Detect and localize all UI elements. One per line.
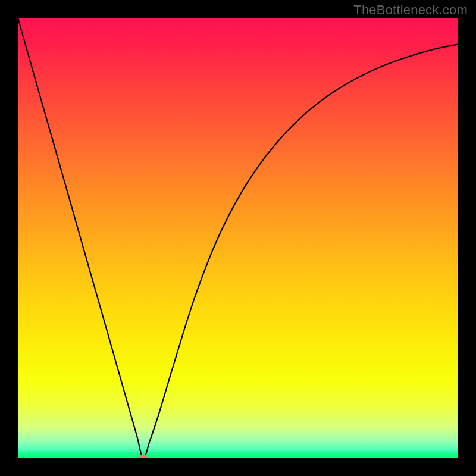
chart-frame: TheBottleneck.com <box>0 0 476 476</box>
level-curve <box>18 18 458 458</box>
watermark-text: TheBottleneck.com <box>353 2 468 18</box>
min-marker <box>138 455 149 458</box>
plot-area <box>18 18 458 458</box>
